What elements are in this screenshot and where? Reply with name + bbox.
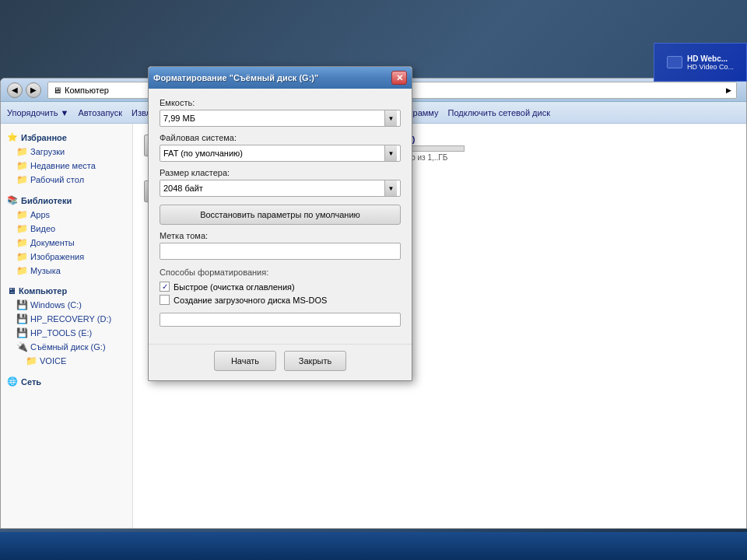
ms-dos-row: Создание загрузочного диска MS-DOS xyxy=(160,295,401,305)
capacity-label: Емкость: xyxy=(160,98,401,107)
webcam-label: HD Webc... xyxy=(687,54,734,63)
webcam-text-block: HD Webc... HD Video Co... xyxy=(687,54,734,71)
capacity-value: 7,99 МБ xyxy=(163,114,195,123)
cluster-arrow: ▼ xyxy=(384,180,397,196)
ms-dos-label: Создание загрузочного диска MS-DOS xyxy=(174,296,327,305)
dialog-overlay: Форматирование "Съёмный диск (G:)" ✕ Емк… xyxy=(0,0,747,560)
cluster-select[interactable]: 2048 байт ▼ xyxy=(160,180,401,197)
quick-format-checkbox[interactable] xyxy=(160,282,170,292)
restore-defaults-button[interactable]: Восстановить параметры по умолчанию xyxy=(160,205,401,225)
close-btn-label: Закрыть xyxy=(299,356,331,366)
filesystem-select[interactable]: FAT (по умолчанию) ▼ xyxy=(160,145,401,162)
capacity-select[interactable]: 7,99 МБ ▼ xyxy=(160,110,401,127)
dialog-titlebar: Форматирование "Съёмный диск (G:)" ✕ xyxy=(149,67,412,89)
volume-label-input[interactable] xyxy=(160,243,401,260)
ms-dos-checkbox[interactable] xyxy=(160,295,170,305)
start-button[interactable]: Начать xyxy=(214,351,276,371)
filesystem-label: Файловая система: xyxy=(160,133,401,142)
webcam-indicator: HD Webc... HD Video Co... xyxy=(654,43,747,82)
filesystem-value: FAT (по умолчанию) xyxy=(163,149,243,158)
capacity-arrow: ▼ xyxy=(384,110,397,126)
webcam-icon xyxy=(667,56,682,68)
dialog-body: Емкость: 7,99 МБ ▼ Файловая система: FAT… xyxy=(149,89,412,344)
dialog-close-button[interactable]: ✕ xyxy=(391,71,407,85)
format-options-label: Способы форматирования: xyxy=(160,268,401,277)
volume-label: Метка тома: xyxy=(160,231,401,240)
webcam-sublabel: HD Video Co... xyxy=(687,63,734,71)
dialog-title: Форматирование "Съёмный диск (G:)" xyxy=(153,73,318,82)
desktop: ◀ ▶ 🖥 Компьютер ▶ Упорядочить ▼ Автозапу… xyxy=(0,0,747,560)
format-dialog: Форматирование "Съёмный диск (G:)" ✕ Емк… xyxy=(148,66,412,381)
quick-format-row: Быстрое (очистка оглавления) xyxy=(160,282,401,292)
cluster-value: 2048 байт xyxy=(163,184,203,193)
progress-bar-container xyxy=(160,313,401,327)
cluster-label: Размер кластера: xyxy=(160,168,401,177)
start-btn-label: Начать xyxy=(231,356,259,366)
close-dialog-button[interactable]: Закрыть xyxy=(284,351,346,371)
dialog-footer: Начать Закрыть xyxy=(149,344,412,380)
filesystem-arrow: ▼ xyxy=(384,145,397,161)
quick-format-label: Быстрое (очистка оглавления) xyxy=(174,282,295,292)
restore-defaults-label: Восстановить параметры по умолчанию xyxy=(200,210,360,219)
